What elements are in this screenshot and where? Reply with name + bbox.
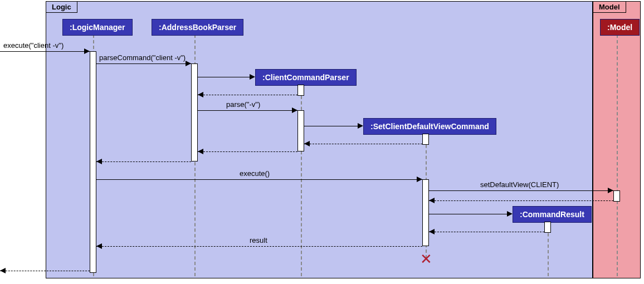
msg-setdefaultview: setDefaultView(CLIENT) xyxy=(480,180,559,189)
arrow-setdefaultview xyxy=(608,188,613,193)
msg-parse: parse("-v") xyxy=(226,100,260,109)
participant-model: :Model xyxy=(600,19,640,36)
arrow-execute-entry xyxy=(84,48,90,54)
arrow-execute-call xyxy=(417,177,422,182)
arrow-return-abp xyxy=(96,159,102,164)
line-parsecommand xyxy=(96,63,191,64)
msg-execute-call: execute() xyxy=(240,169,270,178)
logic-frame: Logic xyxy=(46,1,593,278)
line-return-cr xyxy=(429,232,544,232)
line-execute-entry xyxy=(0,51,90,52)
line-return-model xyxy=(429,200,613,201)
sequence-diagram: Logic Model :LogicManager :AddressBookPa… xyxy=(0,0,644,284)
msg-parsecommand: parseCommand("client -v") xyxy=(99,53,186,62)
line-return-ccp1 xyxy=(198,95,297,95)
activation-logicmanager xyxy=(90,51,96,273)
participant-clientcommandparser: :ClientCommandParser xyxy=(255,69,357,86)
msg-result: result xyxy=(250,236,267,244)
activation-setclientdefaultviewcommand-2 xyxy=(422,179,429,246)
line-create-scdvc xyxy=(304,126,362,126)
arrow-return-ccp2 xyxy=(198,149,203,154)
logic-frame-label: Logic xyxy=(46,2,77,13)
line-execute-call xyxy=(96,179,422,180)
participant-commandresult: :CommandResult xyxy=(513,206,592,223)
line-return-abp xyxy=(96,161,191,162)
msg-execute-entry: execute("client -v") xyxy=(3,41,64,50)
line-parse xyxy=(198,110,297,111)
arrow-return-scdvc1 xyxy=(304,141,310,146)
activation-addressbookparser xyxy=(191,63,198,161)
arrow-create-cr xyxy=(507,211,513,217)
activation-clientcommandparser-2 xyxy=(297,110,304,151)
line-create-ccp xyxy=(198,77,253,77)
line-result xyxy=(96,246,422,247)
arrow-create-scdvc xyxy=(358,123,363,129)
arrow-parsecommand xyxy=(186,61,191,66)
line-return-scdvc1 xyxy=(304,144,422,144)
activation-model xyxy=(613,190,620,202)
arrow-create-ccp xyxy=(250,74,255,80)
arrow-parse xyxy=(292,107,297,113)
lifeline-model xyxy=(617,35,618,276)
activation-clientcommandparser-1 xyxy=(297,85,304,96)
arrow-return-cr xyxy=(429,229,435,234)
arrow-return-ccp1 xyxy=(198,92,203,97)
line-setdefaultview xyxy=(429,190,613,191)
line-exit xyxy=(0,271,90,271)
participant-addressbookparser: :AddressBookParser xyxy=(152,19,243,36)
destroy-icon: ✕ xyxy=(420,251,432,268)
model-frame-label: Model xyxy=(593,2,626,13)
activation-commandresult xyxy=(544,222,551,233)
arrow-exit xyxy=(0,268,6,273)
arrow-return-model xyxy=(429,198,435,203)
participant-logicmanager: :LogicManager xyxy=(62,19,133,36)
line-create-cr xyxy=(429,214,511,214)
participant-setclientdefaultviewcommand: :SetClientDefaultViewCommand xyxy=(363,118,496,135)
activation-setclientdefaultviewcommand-1 xyxy=(422,134,429,145)
line-return-ccp2 xyxy=(198,151,297,152)
arrow-result xyxy=(96,243,102,249)
